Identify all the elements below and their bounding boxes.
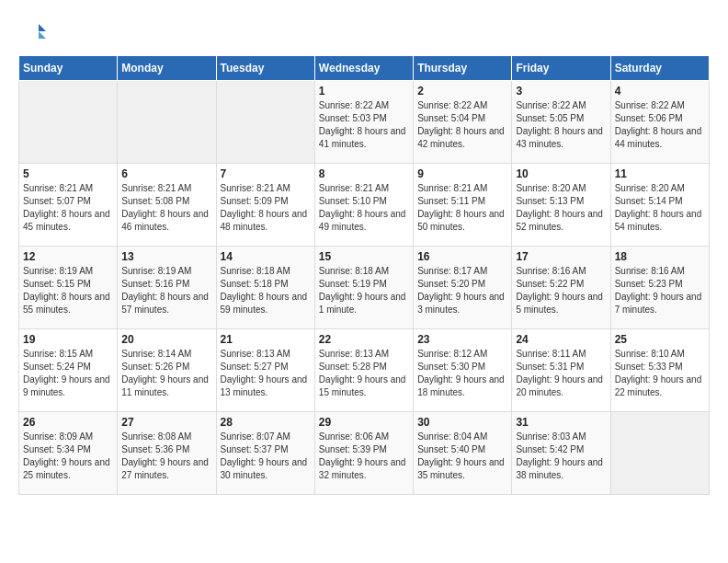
- cell-info: Sunrise: 8:22 AM Sunset: 5:04 PM Dayligh…: [417, 99, 507, 151]
- calendar-cell: 28Sunrise: 8:07 AM Sunset: 5:37 PM Dayli…: [216, 412, 314, 495]
- cell-day-number: 4: [615, 85, 705, 98]
- cell-info: Sunrise: 8:04 AM Sunset: 5:40 PM Dayligh…: [417, 431, 507, 482]
- cell-info: Sunrise: 8:20 AM Sunset: 5:14 PM Dayligh…: [615, 182, 705, 234]
- day-header-saturday: Saturday: [610, 56, 709, 81]
- calendar-cell: 14Sunrise: 8:18 AM Sunset: 5:18 PM Dayli…: [216, 247, 314, 329]
- cell-info: Sunrise: 8:21 AM Sunset: 5:11 PM Dayligh…: [417, 182, 507, 234]
- week-row-0: 1Sunrise: 8:22 AM Sunset: 5:03 PM Daylig…: [19, 81, 710, 164]
- cell-day-number: 27: [121, 416, 211, 429]
- calendar-cell: 31Sunrise: 8:03 AM Sunset: 5:42 PM Dayli…: [512, 412, 610, 495]
- cell-info: Sunrise: 8:18 AM Sunset: 5:19 PM Dayligh…: [319, 265, 409, 316]
- cell-info: Sunrise: 8:08 AM Sunset: 5:36 PM Dayligh…: [121, 431, 211, 482]
- cell-info: Sunrise: 8:11 AM Sunset: 5:31 PM Dayligh…: [516, 348, 606, 399]
- day-header-sunday: Sunday: [19, 56, 118, 81]
- calendar-cell: 19Sunrise: 8:15 AM Sunset: 5:24 PM Dayli…: [19, 329, 118, 412]
- day-header-monday: Monday: [118, 56, 216, 81]
- cell-info: Sunrise: 8:16 AM Sunset: 5:22 PM Dayligh…: [516, 265, 606, 316]
- cell-info: Sunrise: 8:22 AM Sunset: 5:05 PM Dayligh…: [516, 99, 606, 151]
- cell-day-number: 30: [417, 416, 507, 429]
- cell-info: Sunrise: 8:21 AM Sunset: 5:09 PM Dayligh…: [221, 182, 311, 234]
- week-row-3: 19Sunrise: 8:15 AM Sunset: 5:24 PM Dayli…: [19, 329, 710, 412]
- calendar-body: 1Sunrise: 8:22 AM Sunset: 5:03 PM Daylig…: [19, 81, 710, 495]
- calendar-cell: 1Sunrise: 8:22 AM Sunset: 5:03 PM Daylig…: [314, 81, 413, 164]
- calendar-cell: [19, 81, 118, 164]
- cell-day-number: 2: [417, 85, 507, 98]
- calendar-cell: 4Sunrise: 8:22 AM Sunset: 5:06 PM Daylig…: [610, 81, 709, 164]
- cell-day-number: 24: [516, 333, 606, 346]
- calendar: SundayMondayTuesdayWednesdayThursdayFrid…: [18, 55, 710, 495]
- cell-day-number: 12: [23, 250, 113, 263]
- cell-day-number: 18: [615, 250, 705, 263]
- page-header: [18, 18, 710, 46]
- cell-info: Sunrise: 8:20 AM Sunset: 5:13 PM Dayligh…: [516, 182, 606, 234]
- cell-day-number: 7: [221, 167, 311, 180]
- calendar-cell: [610, 412, 709, 495]
- calendar-cell: 30Sunrise: 8:04 AM Sunset: 5:40 PM Dayli…: [414, 412, 512, 495]
- cell-day-number: 11: [615, 167, 705, 180]
- cell-day-number: 3: [516, 85, 606, 98]
- day-header-thursday: Thursday: [414, 56, 512, 81]
- cell-day-number: 29: [319, 416, 409, 429]
- cell-day-number: 20: [121, 333, 211, 346]
- cell-info: Sunrise: 8:16 AM Sunset: 5:23 PM Dayligh…: [615, 265, 705, 316]
- calendar-cell: 5Sunrise: 8:21 AM Sunset: 5:07 PM Daylig…: [19, 164, 118, 247]
- calendar-cell: 11Sunrise: 8:20 AM Sunset: 5:14 PM Dayli…: [610, 164, 709, 247]
- calendar-cell: 27Sunrise: 8:08 AM Sunset: 5:36 PM Dayli…: [118, 412, 216, 495]
- cell-day-number: 16: [417, 250, 507, 263]
- cell-info: Sunrise: 8:09 AM Sunset: 5:34 PM Dayligh…: [23, 431, 113, 482]
- cell-day-number: 22: [319, 333, 409, 346]
- day-header-tuesday: Tuesday: [216, 56, 314, 81]
- cell-day-number: 28: [221, 416, 311, 429]
- cell-day-number: 17: [516, 250, 606, 263]
- calendar-cell: 8Sunrise: 8:21 AM Sunset: 5:10 PM Daylig…: [314, 164, 413, 247]
- cell-info: Sunrise: 8:07 AM Sunset: 5:37 PM Dayligh…: [221, 431, 311, 482]
- cell-day-number: 21: [221, 333, 311, 346]
- cell-info: Sunrise: 8:06 AM Sunset: 5:39 PM Dayligh…: [319, 431, 409, 482]
- calendar-cell: 20Sunrise: 8:14 AM Sunset: 5:26 PM Dayli…: [118, 329, 216, 412]
- cell-info: Sunrise: 8:22 AM Sunset: 5:03 PM Dayligh…: [319, 99, 409, 151]
- cell-day-number: 13: [121, 250, 211, 263]
- calendar-cell: 24Sunrise: 8:11 AM Sunset: 5:31 PM Dayli…: [512, 329, 610, 412]
- cell-day-number: 14: [221, 250, 311, 263]
- day-header-wednesday: Wednesday: [314, 56, 413, 81]
- week-row-4: 26Sunrise: 8:09 AM Sunset: 5:34 PM Dayli…: [19, 412, 710, 495]
- cell-day-number: 10: [516, 167, 606, 180]
- cell-day-number: 8: [319, 167, 409, 180]
- calendar-cell: 26Sunrise: 8:09 AM Sunset: 5:34 PM Dayli…: [19, 412, 118, 495]
- calendar-cell: 10Sunrise: 8:20 AM Sunset: 5:13 PM Dayli…: [512, 164, 610, 247]
- calendar-cell: 3Sunrise: 8:22 AM Sunset: 5:05 PM Daylig…: [512, 81, 610, 164]
- svg-marker-1: [39, 31, 46, 39]
- cell-info: Sunrise: 8:17 AM Sunset: 5:20 PM Dayligh…: [417, 265, 507, 316]
- cell-info: Sunrise: 8:21 AM Sunset: 5:07 PM Dayligh…: [23, 182, 113, 234]
- logo: [18, 18, 50, 46]
- cell-info: Sunrise: 8:03 AM Sunset: 5:42 PM Dayligh…: [516, 431, 606, 482]
- cell-info: Sunrise: 8:19 AM Sunset: 5:15 PM Dayligh…: [23, 265, 113, 316]
- cell-day-number: 9: [417, 167, 507, 180]
- calendar-cell: [118, 81, 216, 164]
- calendar-cell: 18Sunrise: 8:16 AM Sunset: 5:23 PM Dayli…: [610, 247, 709, 329]
- calendar-cell: 7Sunrise: 8:21 AM Sunset: 5:09 PM Daylig…: [216, 164, 314, 247]
- calendar-cell: 23Sunrise: 8:12 AM Sunset: 5:30 PM Dayli…: [414, 329, 512, 412]
- header-row: SundayMondayTuesdayWednesdayThursdayFrid…: [19, 56, 710, 81]
- cell-info: Sunrise: 8:22 AM Sunset: 5:06 PM Dayligh…: [615, 99, 705, 151]
- cell-day-number: 31: [516, 416, 606, 429]
- cell-info: Sunrise: 8:19 AM Sunset: 5:16 PM Dayligh…: [121, 265, 211, 316]
- calendar-cell: [216, 81, 314, 164]
- cell-day-number: 19: [23, 333, 113, 346]
- week-row-1: 5Sunrise: 8:21 AM Sunset: 5:07 PM Daylig…: [19, 164, 710, 247]
- calendar-cell: 22Sunrise: 8:13 AM Sunset: 5:28 PM Dayli…: [314, 329, 413, 412]
- calendar-cell: 9Sunrise: 8:21 AM Sunset: 5:11 PM Daylig…: [414, 164, 512, 247]
- cell-info: Sunrise: 8:15 AM Sunset: 5:24 PM Dayligh…: [23, 348, 113, 399]
- cell-info: Sunrise: 8:18 AM Sunset: 5:18 PM Dayligh…: [221, 265, 311, 316]
- day-header-friday: Friday: [512, 56, 610, 81]
- cell-info: Sunrise: 8:21 AM Sunset: 5:10 PM Dayligh…: [319, 182, 409, 234]
- cell-info: Sunrise: 8:10 AM Sunset: 5:33 PM Dayligh…: [615, 348, 705, 399]
- calendar-header: SundayMondayTuesdayWednesdayThursdayFrid…: [19, 56, 710, 81]
- calendar-cell: 2Sunrise: 8:22 AM Sunset: 5:04 PM Daylig…: [414, 81, 512, 164]
- calendar-cell: 25Sunrise: 8:10 AM Sunset: 5:33 PM Dayli…: [610, 329, 709, 412]
- calendar-cell: 29Sunrise: 8:06 AM Sunset: 5:39 PM Dayli…: [314, 412, 413, 495]
- calendar-cell: 13Sunrise: 8:19 AM Sunset: 5:16 PM Dayli…: [118, 247, 216, 329]
- cell-info: Sunrise: 8:13 AM Sunset: 5:27 PM Dayligh…: [221, 348, 311, 399]
- cell-info: Sunrise: 8:14 AM Sunset: 5:26 PM Dayligh…: [121, 348, 211, 399]
- calendar-cell: 12Sunrise: 8:19 AM Sunset: 5:15 PM Dayli…: [19, 247, 118, 329]
